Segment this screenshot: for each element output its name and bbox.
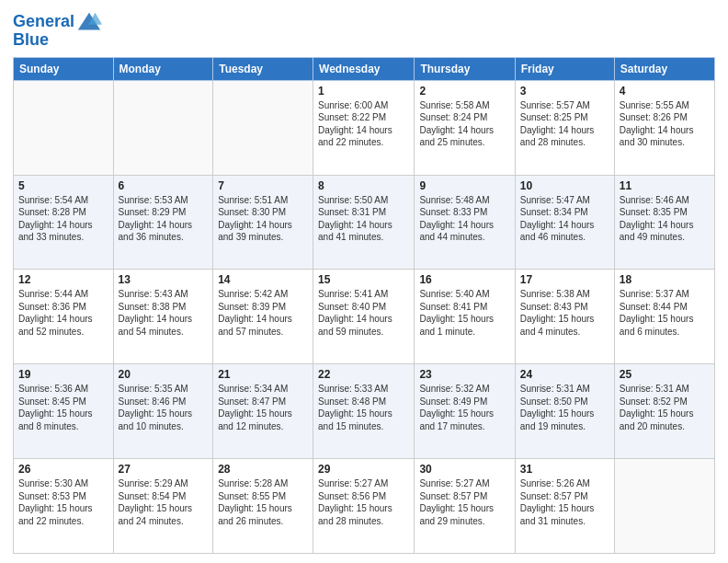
day-header-tuesday: Tuesday [213, 57, 313, 80]
calendar-cell: 2Sunrise: 5:58 AM Sunset: 8:24 PM Daylig… [415, 80, 515, 175]
cell-info-text: Sunrise: 5:29 AM Sunset: 8:54 PM Dayligh… [119, 477, 209, 527]
calendar-week-row: 1Sunrise: 6:00 AM Sunset: 8:22 PM Daylig… [14, 80, 715, 175]
cell-day-number: 8 [318, 179, 409, 192]
cell-info-text: Sunrise: 5:58 AM Sunset: 8:24 PM Dayligh… [419, 99, 509, 149]
calendar-body: 1Sunrise: 6:00 AM Sunset: 8:22 PM Daylig… [14, 80, 715, 553]
calendar-week-row: 12Sunrise: 5:44 AM Sunset: 8:36 PM Dayli… [14, 270, 715, 364]
calendar-cell: 31Sunrise: 5:26 AM Sunset: 8:57 PM Dayli… [515, 459, 614, 554]
cell-day-number: 15 [318, 273, 409, 286]
calendar-cell: 17Sunrise: 5:38 AM Sunset: 8:43 PM Dayli… [515, 270, 614, 364]
cell-info-text: Sunrise: 5:32 AM Sunset: 8:49 PM Dayligh… [419, 383, 509, 432]
calendar-cell: 11Sunrise: 5:46 AM Sunset: 8:35 PM Dayli… [614, 175, 714, 270]
day-header-wednesday: Wednesday [313, 57, 415, 80]
day-header-monday: Monday [113, 57, 213, 80]
cell-info-text: Sunrise: 5:48 AM Sunset: 8:33 PM Dayligh… [419, 194, 509, 244]
calendar-cell: 16Sunrise: 5:40 AM Sunset: 8:41 PM Dayli… [415, 270, 515, 364]
calendar-cell: 10Sunrise: 5:47 AM Sunset: 8:34 PM Dayli… [515, 175, 614, 270]
calendar-cell: 3Sunrise: 5:57 AM Sunset: 8:25 PM Daylig… [515, 80, 614, 175]
cell-day-number: 31 [520, 463, 609, 476]
cell-info-text: Sunrise: 5:40 AM Sunset: 8:41 PM Dayligh… [419, 288, 509, 338]
cell-info-text: Sunrise: 5:54 AM Sunset: 8:28 PM Dayligh… [18, 194, 108, 244]
cell-info-text: Sunrise: 5:46 AM Sunset: 8:35 PM Dayligh… [620, 194, 710, 244]
cell-info-text: Sunrise: 5:47 AM Sunset: 8:34 PM Dayligh… [520, 194, 609, 244]
cell-info-text: Sunrise: 5:33 AM Sunset: 8:48 PM Dayligh… [318, 383, 409, 432]
cell-info-text: Sunrise: 5:34 AM Sunset: 8:47 PM Dayligh… [218, 383, 308, 432]
calendar-cell: 12Sunrise: 5:44 AM Sunset: 8:36 PM Dayli… [14, 270, 114, 364]
cell-info-text: Sunrise: 5:43 AM Sunset: 8:38 PM Dayligh… [119, 288, 209, 338]
cell-day-number: 9 [419, 179, 509, 192]
calendar-cell: 5Sunrise: 5:54 AM Sunset: 8:28 PM Daylig… [14, 175, 114, 270]
cell-day-number: 3 [520, 85, 609, 98]
cell-info-text: Sunrise: 5:55 AM Sunset: 8:26 PM Dayligh… [620, 99, 710, 149]
calendar-cell: 25Sunrise: 5:31 AM Sunset: 8:52 PM Dayli… [614, 364, 714, 459]
calendar-cell: 28Sunrise: 5:28 AM Sunset: 8:55 PM Dayli… [213, 459, 313, 554]
day-header-thursday: Thursday [415, 57, 515, 80]
calendar-week-row: 5Sunrise: 5:54 AM Sunset: 8:28 PM Daylig… [14, 175, 715, 270]
calendar-table: SundayMondayTuesdayWednesdayThursdayFrid… [13, 57, 715, 554]
cell-day-number: 23 [419, 368, 509, 381]
cell-day-number: 30 [419, 463, 509, 476]
logo-text-general: General [13, 13, 74, 31]
cell-day-number: 18 [620, 273, 710, 286]
calendar-cell: 22Sunrise: 5:33 AM Sunset: 8:48 PM Dayli… [313, 364, 415, 459]
calendar-cell: 21Sunrise: 5:34 AM Sunset: 8:47 PM Dayli… [213, 364, 313, 459]
calendar-header-row: SundayMondayTuesdayWednesdayThursdayFrid… [14, 57, 715, 80]
cell-day-number: 5 [18, 179, 108, 192]
cell-info-text: Sunrise: 5:27 AM Sunset: 8:57 PM Dayligh… [419, 477, 509, 527]
cell-day-number: 17 [520, 273, 609, 286]
cell-info-text: Sunrise: 5:31 AM Sunset: 8:50 PM Dayligh… [520, 383, 609, 432]
cell-day-number: 20 [119, 368, 209, 381]
cell-info-text: Sunrise: 5:50 AM Sunset: 8:31 PM Dayligh… [318, 194, 409, 244]
calendar-cell: 20Sunrise: 5:35 AM Sunset: 8:46 PM Dayli… [113, 364, 213, 459]
cell-day-number: 6 [119, 179, 209, 192]
day-header-saturday: Saturday [614, 57, 714, 80]
cell-day-number: 25 [620, 368, 710, 381]
calendar-cell: 26Sunrise: 5:30 AM Sunset: 8:53 PM Dayli… [14, 459, 114, 554]
cell-day-number: 24 [520, 368, 609, 381]
cell-day-number: 29 [318, 463, 409, 476]
calendar-cell: 6Sunrise: 5:53 AM Sunset: 8:29 PM Daylig… [113, 175, 213, 270]
cell-info-text: Sunrise: 5:53 AM Sunset: 8:29 PM Dayligh… [119, 194, 209, 244]
calendar-cell: 18Sunrise: 5:37 AM Sunset: 8:44 PM Dayli… [614, 270, 714, 364]
calendar-cell: 29Sunrise: 5:27 AM Sunset: 8:56 PM Dayli… [313, 459, 415, 554]
calendar-cell: 15Sunrise: 5:41 AM Sunset: 8:40 PM Dayli… [313, 270, 415, 364]
calendar-cell: 1Sunrise: 6:00 AM Sunset: 8:22 PM Daylig… [313, 80, 415, 175]
cell-day-number: 28 [218, 463, 308, 476]
header: General Blue [13, 9, 715, 50]
cell-day-number: 13 [119, 273, 209, 286]
cell-info-text: Sunrise: 5:36 AM Sunset: 8:45 PM Dayligh… [18, 383, 108, 432]
calendar-cell: 19Sunrise: 5:36 AM Sunset: 8:45 PM Dayli… [14, 364, 114, 459]
calendar-cell: 27Sunrise: 5:29 AM Sunset: 8:54 PM Dayli… [113, 459, 213, 554]
cell-info-text: Sunrise: 5:27 AM Sunset: 8:56 PM Dayligh… [318, 477, 409, 527]
cell-day-number: 4 [620, 85, 710, 98]
calendar-cell [14, 80, 114, 175]
calendar-cell: 14Sunrise: 5:42 AM Sunset: 8:39 PM Dayli… [213, 270, 313, 364]
cell-info-text: Sunrise: 5:41 AM Sunset: 8:40 PM Dayligh… [318, 288, 409, 338]
cell-info-text: Sunrise: 5:51 AM Sunset: 8:30 PM Dayligh… [218, 194, 308, 244]
cell-day-number: 19 [18, 368, 108, 381]
cell-day-number: 14 [218, 273, 308, 286]
calendar-cell: 9Sunrise: 5:48 AM Sunset: 8:33 PM Daylig… [415, 175, 515, 270]
calendar-cell [213, 80, 313, 175]
calendar-cell [113, 80, 213, 175]
cell-day-number: 26 [18, 463, 108, 476]
cell-day-number: 16 [419, 273, 509, 286]
cell-day-number: 1 [318, 85, 409, 98]
cell-day-number: 10 [520, 179, 609, 192]
cell-info-text: Sunrise: 6:00 AM Sunset: 8:22 PM Dayligh… [318, 99, 409, 149]
cell-info-text: Sunrise: 5:31 AM Sunset: 8:52 PM Dayligh… [620, 383, 710, 432]
cell-info-text: Sunrise: 5:28 AM Sunset: 8:55 PM Dayligh… [218, 477, 308, 527]
cell-info-text: Sunrise: 5:38 AM Sunset: 8:43 PM Dayligh… [520, 288, 609, 338]
calendar-cell [614, 459, 714, 554]
calendar-cell: 13Sunrise: 5:43 AM Sunset: 8:38 PM Dayli… [113, 270, 213, 364]
cell-day-number: 21 [218, 368, 308, 381]
day-header-friday: Friday [515, 57, 614, 80]
calendar-cell: 30Sunrise: 5:27 AM Sunset: 8:57 PM Dayli… [415, 459, 515, 554]
cell-day-number: 7 [218, 179, 308, 192]
calendar-cell: 7Sunrise: 5:51 AM Sunset: 8:30 PM Daylig… [213, 175, 313, 270]
cell-info-text: Sunrise: 5:44 AM Sunset: 8:36 PM Dayligh… [18, 288, 108, 338]
calendar-cell: 8Sunrise: 5:50 AM Sunset: 8:31 PM Daylig… [313, 175, 415, 270]
cell-day-number: 2 [419, 85, 509, 98]
cell-info-text: Sunrise: 5:42 AM Sunset: 8:39 PM Dayligh… [218, 288, 308, 338]
cell-info-text: Sunrise: 5:26 AM Sunset: 8:57 PM Dayligh… [520, 477, 609, 527]
